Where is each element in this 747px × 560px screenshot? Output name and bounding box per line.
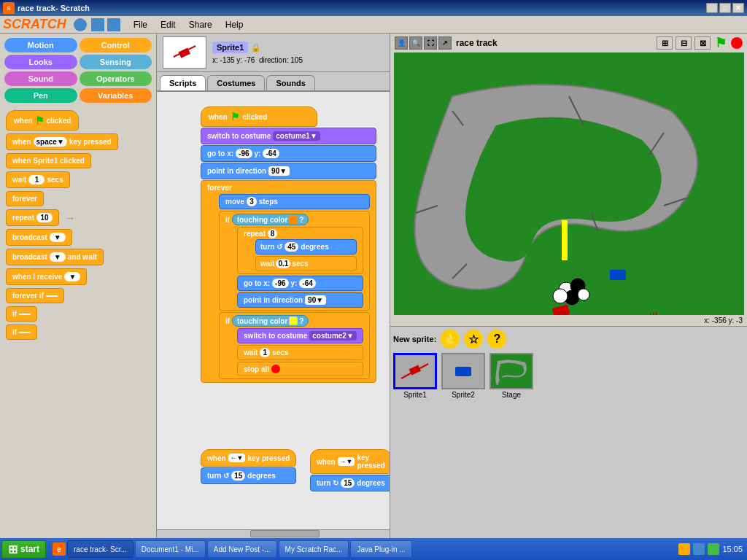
sprite2-thumbnail[interactable]	[441, 353, 485, 389]
sprite1-thumbnail[interactable]	[393, 353, 437, 389]
layout-btn1[interactable]: ⊞	[657, 36, 673, 50]
zoom-in-btn[interactable]: 🔍	[409, 36, 422, 50]
blocks-panel: Motion Control Looks Sensing Sound Opera…	[0, 34, 157, 538]
zoom-out-btn[interactable]: ↗	[438, 36, 452, 50]
repeat-8-block[interactable]: repeat 8 turn ↺ 45 degrees wait 0.1 secs	[237, 227, 363, 274]
new-sprite-bar: New sprite: ⭐ ☆ ?	[393, 330, 744, 349]
palette-broadcast-wait[interactable]: broadcast ▼ and wait	[6, 249, 104, 265]
when-left-key[interactable]: when ←▼ key pressed	[201, 449, 296, 467]
switch-costume2-block[interactable]: switch to costume costume2▼	[237, 328, 363, 343]
palette-forever[interactable]: forever	[6, 191, 44, 206]
sprite-view-btn[interactable]: 👤	[395, 36, 408, 50]
stop-button[interactable]	[731, 37, 743, 49]
new-sprite-paint-btn[interactable]: ⭐	[441, 330, 460, 349]
maximize-button[interactable]: □	[719, 3, 731, 13]
turn-right-block[interactable]: turn ↻ 15 degrees	[310, 475, 390, 491]
new-sprite-question-btn[interactable]: ?	[487, 330, 506, 349]
file-menu[interactable]: File	[128, 18, 153, 31]
wait-1-block[interactable]: wait 1 secs	[237, 345, 363, 360]
scripts-area: Sprite1 🔒 x: -135 y: -76 direction: 105 …	[157, 34, 390, 538]
category-variables[interactable]: Variables	[80, 88, 152, 103]
palette-repeat[interactable]: repeat 10	[6, 209, 59, 226]
palette-if1[interactable]: if	[6, 306, 37, 322]
stage-thumbnail[interactable]	[489, 353, 533, 389]
palette-forever-if[interactable]: forever if	[6, 288, 64, 303]
scroll-thumb[interactable]	[250, 530, 320, 537]
taskbar-item-java[interactable]: Java Plug-in ...	[350, 540, 411, 558]
taskbar-item-post[interactable]: Add New Post -...	[207, 540, 277, 558]
close-button[interactable]: ✕	[732, 3, 744, 13]
category-motion[interactable]: Motion	[4, 38, 77, 52]
svg-text:RED car wins !!!: RED car wins !!!	[587, 309, 659, 315]
edit-menu[interactable]: Edit	[155, 18, 182, 31]
horizontal-scrollbar[interactable]	[157, 529, 390, 538]
scratch-logo: SCRATCH	[3, 17, 66, 32]
scripts-canvas[interactable]: when ⚑ clicked switch to costume costume…	[157, 92, 390, 538]
stage-label: Stage	[489, 391, 533, 399]
taskbar-divider	[49, 542, 50, 556]
palette-wait[interactable]: wait 1 secs	[6, 171, 70, 188]
turn-45-block[interactable]: turn ↺ 45 degrees	[255, 239, 357, 254]
palette-when-clicked[interactable]: when ⚑ clicked	[6, 110, 79, 131]
move-block[interactable]: move 3 steps	[219, 194, 370, 209]
fullscreen-btn[interactable]: ⛶	[424, 36, 437, 50]
sprite-item-2[interactable]: Sprite2	[441, 353, 485, 399]
if-touching-orange[interactable]: if touching color ? repeat 8 turn ↺ 45 d…	[219, 211, 370, 311]
start-button[interactable]: ⊞ start	[1, 540, 46, 559]
taskbar: ⊞ start e race track- Scr... Document1 -…	[0, 538, 747, 560]
palette-if2[interactable]: if	[6, 324, 37, 340]
if-touching-yellow[interactable]: if touching color ? switch to costume co…	[219, 312, 370, 379]
palette-when-sprite-clicked[interactable]: when Sprite1 clicked	[6, 153, 91, 168]
sprite-header: Sprite1 🔒 x: -135 y: -76 direction: 105	[157, 34, 390, 72]
stage-header: 👤 🔍 ⛶ ↗ race track ⊞ ⊟ ⊠ ⚑	[390, 34, 747, 52]
sprite-item-1[interactable]: Sprite1	[393, 353, 437, 399]
export-icon[interactable]	[107, 18, 120, 31]
tab-sounds[interactable]: Sounds	[266, 75, 314, 90]
goto-reset-block[interactable]: go to x: -96 y: -64	[237, 276, 363, 291]
share-menu[interactable]: Share	[183, 18, 218, 31]
category-control[interactable]: Control	[80, 38, 152, 52]
sprite-grid: Sprite1 Sprite2	[393, 353, 744, 399]
sprite-name: Sprite1	[212, 42, 248, 53]
help-menu[interactable]: Help	[220, 18, 249, 31]
palette-broadcast[interactable]: broadcast ▼	[6, 229, 72, 246]
stage-view-controls: 👤 🔍 ⛶ ↗	[395, 36, 452, 50]
when-clicked-block[interactable]: when ⚑ clicked	[201, 106, 317, 127]
stop-all-block[interactable]: stop all	[237, 362, 363, 376]
taskbar-ie-icon[interactable]: e	[53, 542, 66, 556]
category-sound[interactable]: Sound	[4, 71, 77, 86]
tab-costumes[interactable]: Costumes	[207, 75, 265, 90]
globe-icon[interactable]	[74, 18, 87, 31]
new-sprite-star-btn[interactable]: ☆	[464, 330, 483, 349]
category-pen[interactable]: Pen	[4, 88, 77, 103]
when-right-key[interactable]: when →▼ key pressed	[310, 449, 390, 474]
tab-scripts[interactable]: Scripts	[160, 75, 206, 90]
green-flag-button[interactable]: ⚑	[715, 35, 727, 51]
palette-when-key[interactable]: when space▼ key pressed	[6, 133, 118, 150]
taskbar-item-word[interactable]: Document1 - Mi...	[135, 540, 206, 558]
taskbar-item-myrac[interactable]: My Scratch Rac...	[279, 540, 349, 558]
switch-costume-block[interactable]: switch to costume costume1▼	[201, 128, 376, 144]
category-looks[interactable]: Looks	[4, 55, 77, 69]
window-title: race track- Scratch	[18, 4, 90, 12]
minimize-button[interactable]: _	[706, 3, 718, 13]
wait-01-block[interactable]: wait 0.1 secs	[255, 256, 357, 271]
layout-btn2[interactable]: ⊟	[676, 36, 692, 50]
save-icon[interactable]	[91, 18, 104, 31]
point-direction-block[interactable]: point in direction 90▼	[201, 163, 376, 179]
category-operators[interactable]: Operators	[80, 71, 152, 86]
category-sensing[interactable]: Sensing	[80, 55, 152, 69]
palette-when-receive[interactable]: when I receive ▼	[6, 268, 87, 285]
taskbar-item-scratch[interactable]: race track- Scr...	[67, 540, 133, 558]
turn-left-block[interactable]: turn ↺ 15 degrees	[201, 467, 296, 484]
title-bar: S race track- Scratch _ □ ✕	[0, 0, 747, 16]
goto-block[interactable]: go to x: -96 y: -64	[201, 145, 376, 162]
point-reset-block[interactable]: point in direction 90▼	[237, 292, 363, 308]
forever-block[interactable]: forever move 3 steps if touching color ?	[201, 180, 376, 383]
layout-btn3[interactable]: ⊠	[694, 36, 711, 50]
script-right-key: when →▼ key pressed turn ↻ 15 degrees	[310, 449, 390, 491]
sprite-item-stage[interactable]: Stage	[489, 353, 533, 399]
stage-panel: 👤 🔍 ⛶ ↗ race track ⊞ ⊟ ⊠ ⚑	[390, 34, 747, 538]
stage-coords: x: -356 y: -3	[390, 315, 747, 326]
systray-icon3	[708, 543, 719, 555]
